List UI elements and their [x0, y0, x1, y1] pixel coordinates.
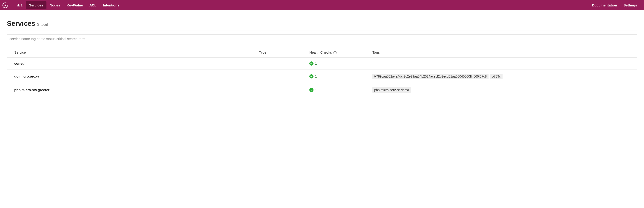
svg-point-9: [335, 52, 335, 52]
nav-link-documentation[interactable]: Documentation: [589, 2, 620, 9]
table-row[interactable]: go.micro.proxy1t-789caa562a4a4dcf2c2e29a…: [7, 70, 637, 83]
health-status: 1: [309, 62, 372, 66]
table-header-row: Service Type Health Checks Tags: [7, 48, 637, 57]
svg-point-4: [7, 6, 7, 6]
health-passing-count: 1: [315, 62, 317, 65]
search-container: [7, 34, 637, 43]
check-passing-icon: [309, 74, 314, 78]
tags-container: t-789caa562a4a4dcf2c2e29aa54b2524acecf2b…: [372, 74, 637, 79]
service-name[interactable]: go.micro.proxy: [14, 74, 39, 78]
column-header-health-label: Health Checks: [309, 50, 332, 54]
service-type: [259, 57, 309, 70]
health-passing-count: 1: [315, 74, 317, 78]
nav-tab-nodes[interactable]: Nodes: [46, 2, 64, 9]
svg-rect-10: [335, 52, 335, 54]
tag[interactable]: t-789c: [490, 74, 502, 79]
datacenter-selector[interactable]: dc1: [14, 2, 26, 9]
table-row[interactable]: consul1: [7, 57, 637, 70]
svg-point-1: [4, 4, 6, 6]
page-header: Services 3 total: [7, 20, 637, 31]
services-table: Service Type Health Checks Tags consul1g…: [7, 48, 637, 97]
table-row[interactable]: php.micro.srv.greeter1php-micro-service-…: [7, 83, 637, 97]
tags-container: php-micro-service-demo: [372, 87, 637, 93]
check-passing-icon: [309, 88, 314, 92]
check-passing-icon: [309, 62, 314, 66]
main-content: Services 3 total Service Type Health Che…: [0, 10, 644, 97]
nav-tab-services[interactable]: Services: [26, 2, 46, 9]
health-passing-count: 1: [315, 88, 317, 92]
column-header-service[interactable]: Service: [7, 48, 259, 57]
consul-logo-icon: [2, 2, 8, 8]
tag[interactable]: php-micro-service-demo: [372, 87, 411, 93]
column-header-type[interactable]: Type: [259, 48, 309, 57]
search-input[interactable]: [7, 34, 637, 43]
svg-point-2: [7, 4, 7, 4]
page-title: Services: [7, 20, 35, 28]
tag[interactable]: t-789caa562a4a4dcf2c2e29aa54b2524acecf2b…: [372, 74, 488, 79]
info-icon[interactable]: [333, 51, 337, 54]
service-name[interactable]: consul: [14, 62, 25, 65]
health-status: 1: [309, 74, 372, 78]
column-header-tags[interactable]: Tags: [372, 48, 637, 57]
svg-point-5: [8, 4, 8, 5]
svg-point-7: [8, 6, 8, 6]
page-subtitle: 3 total: [37, 22, 48, 27]
nav-link-settings[interactable]: Settings: [620, 2, 640, 9]
column-header-health[interactable]: Health Checks: [309, 48, 372, 57]
top-navigation: dc1 Services Nodes Key/Value ACL Intenti…: [0, 0, 644, 10]
service-type: [259, 83, 309, 97]
nav-tab-acl[interactable]: ACL: [86, 2, 100, 9]
nav-right-group: Documentation Settings: [589, 2, 640, 9]
service-type: [259, 70, 309, 83]
svg-point-6: [8, 5, 8, 5]
nav-tab-keyvalue[interactable]: Key/Value: [64, 2, 86, 9]
svg-point-3: [7, 5, 8, 5]
nav-tab-intentions[interactable]: Intentions: [100, 2, 122, 9]
service-name[interactable]: php.micro.srv.greeter: [14, 88, 50, 92]
health-status: 1: [309, 88, 372, 92]
nav-left-group: dc1 Services Nodes Key/Value ACL Intenti…: [14, 2, 122, 9]
